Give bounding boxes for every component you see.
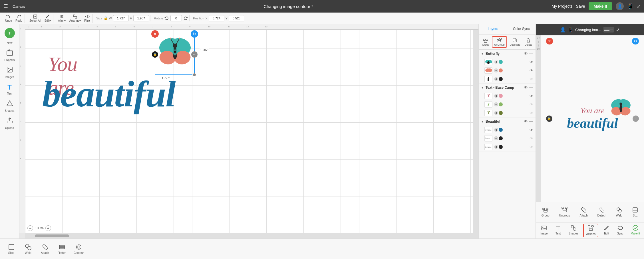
layer-color-beau3[interactable] — [499, 145, 503, 149]
horizontal-scrollbar[interactable] — [25, 233, 478, 238]
flatten-button[interactable]: Flatten — [54, 242, 70, 256]
tab-layers[interactable]: Layers — [479, 24, 507, 34]
width-input[interactable] — [113, 15, 129, 21]
eye-tbc3[interactable]: 👁 — [530, 111, 533, 115]
layer-item[interactable]: Y ⊗ 👁 — [479, 100, 536, 109]
butterfly-menu-icon[interactable]: — — [529, 51, 533, 56]
sidebar-item-text[interactable]: T Text — [1, 82, 18, 97]
layer-item[interactable]: ⊗ 👁 — [479, 58, 536, 66]
slice-button[interactable]: Slice — [3, 242, 19, 256]
preview-image-btn[interactable]: Image — [538, 224, 550, 237]
layer-item[interactable]: ⊗ 👁 — [479, 75, 536, 83]
preview-rotate-btn[interactable]: ↻ — [632, 38, 639, 44]
duplicate-button[interactable]: Duplicate — [508, 37, 522, 47]
butterfly-selection-box[interactable]: ✕ ↻ 🔒 ↔ 1.987" 1.727" — [155, 34, 195, 75]
save-button[interactable]: Save — [576, 4, 585, 9]
preview-expand-icon[interactable]: ⤢ — [616, 27, 620, 33]
preview-weld-btn[interactable]: Weld — [614, 206, 625, 218]
preview-sync-btn[interactable]: Sync — [615, 224, 625, 237]
height-input[interactable] — [133, 15, 149, 21]
sidebar-item-images[interactable]: Images — [1, 64, 18, 80]
preview-edit-btn[interactable]: Edit — [601, 224, 612, 237]
layer-color-tbc1[interactable] — [499, 94, 503, 98]
canvas-area[interactable]: 0 1 2 3 4 5 6 7 8 9 10 11 12 13 1 2 3 4 … — [19, 24, 478, 238]
select-all-button[interactable]: Select All — [28, 14, 42, 23]
preview-arrow-btn[interactable]: ↔ — [633, 116, 639, 122]
eye-b2[interactable]: 👁 — [530, 68, 533, 73]
layer-item[interactable]: ⊗ 👁 — [479, 66, 536, 75]
eye-b3[interactable]: 👁 — [530, 77, 533, 81]
preview-make-it-btn[interactable]: Make It — [628, 224, 642, 237]
redo-button[interactable]: Redo — [14, 14, 23, 23]
edit-button[interactable]: Edit▾ — [43, 14, 52, 23]
new-icon[interactable]: + — [5, 28, 15, 38]
layer-color-beau1[interactable] — [499, 128, 503, 132]
arrange-button[interactable]: Arrange▾ — [68, 14, 82, 23]
x-input[interactable] — [209, 15, 224, 21]
ungroup-button[interactable]: UnGroup — [492, 36, 507, 48]
undo-button[interactable]: Undo — [4, 14, 13, 23]
layer-color-tbc3[interactable] — [499, 111, 503, 115]
layer-item[interactable]: beau.. ⊗ 👁 — [479, 126, 536, 134]
sidebar-item-upload[interactable]: Upload — [1, 115, 18, 131]
hamburger-menu[interactable]: ☰ — [3, 3, 8, 9]
my-projects-button[interactable]: My Projects — [552, 4, 572, 9]
preview-actions-btn[interactable]: Actions — [583, 224, 598, 237]
layer-color-b3[interactable] — [499, 77, 503, 81]
preview-attach-btn[interactable]: Attach — [577, 206, 590, 218]
preview-slice-btn[interactable]: Sl... — [630, 206, 641, 218]
selection-br-handle[interactable] — [192, 73, 196, 77]
profile-avatar[interactable]: 👤 — [616, 2, 624, 10]
layer-item[interactable]: beau.. ⊗ 👁 — [479, 143, 536, 151]
layer-item[interactable]: beau.. ⊗ 👁 — [479, 134, 536, 143]
text-base-camp-menu-icon[interactable]: — — [529, 85, 533, 90]
tab-color-sync[interactable]: Color Sync — [507, 24, 536, 34]
eye-beau3[interactable]: 👁 — [530, 145, 533, 149]
rotate-input[interactable] — [170, 15, 182, 21]
eye-b1[interactable]: 👁 — [530, 60, 533, 64]
expand-icon[interactable]: ⤢ — [637, 4, 641, 9]
preview-detach-btn[interactable]: Detach — [595, 206, 609, 218]
preview-shapes-btn[interactable]: Shapes — [566, 224, 581, 237]
selection-lock-btn[interactable]: 🔒 — [152, 51, 158, 58]
selection-rotate-btn[interactable]: ↻ — [191, 30, 198, 38]
sidebar-item-new[interactable]: + New — [1, 26, 18, 46]
rotate-ccw-button[interactable] — [164, 16, 169, 21]
vertical-scrollbar[interactable] — [473, 30, 478, 233]
delete-button[interactable]: Delete — [523, 37, 534, 47]
layer-item[interactable]: Y ⊗ 👁 — [479, 92, 536, 100]
layer-color-b1[interactable] — [499, 60, 503, 64]
preview-main[interactable]: ✕ ↻ 🔒 ↔ You are — [541, 35, 644, 202]
make-it-button[interactable]: Make It — [589, 2, 612, 10]
preview-text-btn[interactable]: Text — [553, 224, 564, 237]
canvas-content[interactable]: You are beautiful — [25, 30, 473, 233]
contour-button[interactable]: Contour — [71, 242, 87, 256]
horizontal-scroll-thumb[interactable] — [35, 234, 69, 237]
group-button[interactable]: Group — [480, 37, 491, 47]
selection-close-btn[interactable]: ✕ — [151, 30, 159, 38]
eye-beau2[interactable]: 👁 — [530, 136, 533, 141]
flip-button[interactable]: Flip▾ — [83, 14, 91, 23]
eye-tbc2[interactable]: 👁 — [530, 102, 533, 107]
y-input[interactable] — [229, 15, 244, 21]
sidebar-item-projects[interactable]: Projects — [1, 47, 18, 63]
zoom-out-button[interactable]: − — [27, 225, 33, 231]
weld-button[interactable]: Weld — [20, 242, 36, 256]
layer-item[interactable]: Y ⊗ 👁 — [479, 109, 536, 117]
preview-ungroup-btn[interactable]: Ungroup — [557, 206, 572, 218]
preview-group-btn[interactable]: Group — [539, 206, 552, 218]
lock-icon[interactable]: 🔒 — [104, 16, 108, 20]
attach-button[interactable]: Attach — [37, 242, 53, 256]
text-base-camp-header[interactable]: ▼ Text - Base Camp 👁 — — [479, 84, 536, 92]
layer-color-beau2[interactable] — [499, 136, 503, 140]
beautiful-eye-icon[interactable]: 👁 — [524, 120, 528, 124]
preview-layout-icon[interactable] — [603, 27, 614, 33]
rotate-cw-button[interactable] — [183, 16, 188, 21]
beautiful-menu-icon[interactable]: — — [529, 119, 533, 124]
device-icon[interactable]: 📱 — [627, 3, 633, 9]
sidebar-item-shapes[interactable]: Shapes — [1, 98, 18, 114]
eye-tbc1[interactable]: 👁 — [530, 94, 533, 98]
beautiful-group-header[interactable]: ▼ Beautiful 👁 — — [479, 118, 536, 126]
zoom-in-button[interactable]: + — [45, 225, 51, 231]
preview-lock-btn[interactable]: 🔒 — [546, 116, 552, 122]
